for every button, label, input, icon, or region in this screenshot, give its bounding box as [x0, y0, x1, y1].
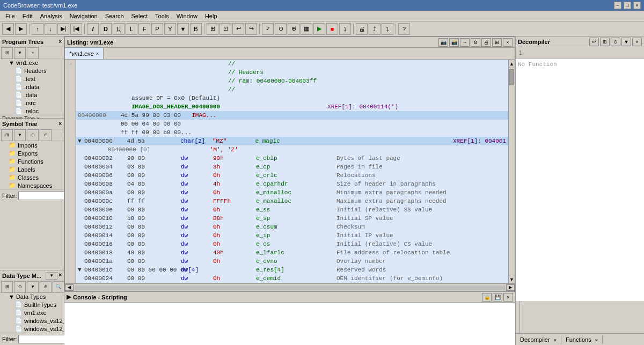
hscroll-left-btn[interactable]: ◀: [65, 284, 74, 291]
dtm-tool3[interactable]: ▼: [27, 281, 39, 293]
toolbar-back[interactable]: ◀: [2, 23, 14, 35]
code-row-14[interactable]: ▼ 0040001c 00 00 00 00 00 00 dw[4] e_res…: [76, 266, 508, 274]
toolbar-i[interactable]: I: [87, 23, 99, 35]
console-close[interactable]: ×: [503, 293, 513, 302]
dtm-tool4[interactable]: ⊕: [40, 281, 52, 293]
symbol-functions[interactable]: 📁 Functions: [0, 157, 64, 165]
menu-search[interactable]: Search: [102, 12, 127, 20]
decompiler-tab-decompiler[interactable]: Decompiler ×: [516, 335, 561, 344]
toolbar-b[interactable]: B: [190, 23, 202, 35]
tree-rsrc[interactable]: 📄 .rsrc: [0, 99, 64, 107]
listing-hscrollbar[interactable]: ◀ ▶: [65, 283, 515, 291]
pt-btn1[interactable]: ⊞: [1, 47, 13, 59]
dtm-tool5[interactable]: 🔍: [53, 281, 64, 293]
menu-navigation[interactable]: Navigation: [67, 12, 101, 20]
st-btn3[interactable]: ⊙: [27, 129, 39, 141]
dtm-win32[interactable]: 📄 windows_vs12_32: [0, 317, 64, 325]
hscroll-track[interactable]: [75, 285, 505, 290]
toolbar-btn3[interactable]: ▶|: [57, 23, 69, 35]
menu-file[interactable]: File: [2, 12, 18, 20]
toolbar-y[interactable]: Y: [164, 23, 176, 35]
toolbar-redo[interactable]: ↪: [245, 23, 257, 35]
scroll-track[interactable]: [509, 86, 515, 275]
listing-tab-vm1exe[interactable]: *vm1.exe ×: [65, 48, 104, 59]
toolbar-img2[interactable]: ⊕: [288, 23, 299, 35]
toolbar-step[interactable]: ⤵: [339, 23, 351, 35]
toolbar-print[interactable]: 🖨: [356, 23, 368, 35]
code-row-15[interactable]: 00400024 00 00 dw 0h e_oemid OEM identif…: [76, 274, 508, 283]
toolbar-btn4[interactable]: |◀: [70, 23, 82, 35]
symbol-labels[interactable]: 📁 Labels: [0, 165, 64, 173]
code-row-10[interactable]: 00400014 00 00 dw 0h e_ip Initial IP val…: [76, 231, 508, 240]
menu-edit[interactable]: Edit: [19, 12, 36, 20]
code-row-7[interactable]: 0040000e 00 00 dw 0h e_ss Initial (relat…: [76, 205, 508, 214]
hscroll-right-btn[interactable]: ▶: [506, 284, 515, 291]
toolbar-p[interactable]: P: [151, 23, 163, 35]
dec-btn4[interactable]: ▼: [621, 38, 631, 46]
dec-btn3[interactable]: ⊙: [611, 38, 620, 46]
dec-btn5[interactable]: ×: [632, 38, 642, 46]
expand-icon-14[interactable]: ▼: [78, 267, 84, 273]
listing-nav[interactable]: ⊞: [492, 38, 502, 47]
menu-select[interactable]: Select: [128, 12, 151, 20]
dtm-vm1exe[interactable]: 📄 vm1.exe: [0, 309, 64, 317]
tree-vm1exe[interactable]: ▼ vm1.exe: [0, 59, 64, 67]
code-row-3[interactable]: 00400006 00 00 dw 0h e_crlc Relocations: [76, 171, 508, 180]
toolbar-img3[interactable]: ▦: [301, 23, 312, 35]
tree-headers[interactable]: 📄 Headers: [0, 67, 64, 75]
toolbar-undo[interactable]: ↩: [232, 23, 244, 35]
close-button[interactable]: ×: [633, 2, 641, 9]
scroll-up-btn[interactable]: ▲: [509, 60, 515, 68]
code-row-4[interactable]: 00400008 04 00 dw 4h e_cparhdr Size of h…: [76, 180, 508, 188]
toolbar-check[interactable]: ✓: [262, 23, 274, 35]
dtm-tool1[interactable]: ⊞: [1, 281, 13, 293]
code-row-13[interactable]: 0040001a 00 00 dw 0h e_ovno Overlay numb…: [76, 257, 508, 266]
toolbar-forward[interactable]: ▶: [15, 23, 27, 35]
toolbar-m1[interactable]: ⊞: [207, 23, 218, 35]
listing-close[interactable]: ×: [503, 38, 513, 47]
symbol-exports[interactable]: 📁 Exports: [0, 149, 64, 157]
tree-rdata[interactable]: 📄 .rdata: [0, 83, 64, 91]
code-row-1[interactable]: 00400002 90 00 dw 90h e_cblp Bytes of la…: [76, 154, 508, 163]
console-content[interactable]: [64, 303, 515, 345]
tree-text[interactable]: 📄 .text: [0, 75, 64, 83]
program-trees-close[interactable]: ×: [58, 39, 62, 45]
menu-help[interactable]: Help: [202, 12, 221, 20]
dtm-tool2[interactable]: ⊙: [14, 281, 26, 293]
maximize-button[interactable]: □: [624, 2, 631, 9]
decompiler-content[interactable]: No Function: [516, 59, 644, 301]
scroll-down-btn[interactable]: ▼: [509, 275, 515, 283]
toolbar-stop[interactable]: ■: [326, 23, 338, 35]
symbol-tree-close[interactable]: ×: [58, 121, 62, 127]
st-btn1[interactable]: ⊞: [1, 129, 13, 141]
dtm-builtin[interactable]: 📄 BuiltInTypes: [0, 300, 64, 309]
listing-snapshot[interactable]: 📷: [438, 38, 448, 47]
toolbar-run[interactable]: ▶: [313, 23, 325, 35]
st-btn2[interactable]: ▼: [14, 129, 26, 141]
tree-reloc[interactable]: 📄 .reloc: [0, 107, 64, 115]
toolbar-v[interactable]: ▼: [177, 23, 189, 35]
toolbar-up[interactable]: ↑: [32, 23, 43, 35]
dtm-btn1[interactable]: ▼: [46, 272, 57, 280]
code-row-8[interactable]: 00400010 b8 00 dw B8h e_sp Initial SP va…: [76, 214, 508, 223]
expand-icon-0[interactable]: ▼: [78, 138, 84, 144]
menu-tools[interactable]: Tools: [152, 12, 172, 20]
toolbar-import[interactable]: ⤵: [382, 23, 393, 35]
toolbar-m2[interactable]: ⊡: [219, 23, 231, 35]
console-lock[interactable]: 🔒: [482, 293, 492, 302]
pt-btn3[interactable]: +: [27, 47, 39, 59]
console-save[interactable]: 💾: [493, 293, 502, 302]
symbol-imports[interactable]: 📁 Imports: [0, 141, 64, 149]
st-btn4[interactable]: ⊕: [40, 129, 52, 141]
toolbar-down[interactable]: ↓: [45, 23, 56, 35]
dtm-data-types[interactable]: ▼ Data Types: [0, 293, 64, 300]
dtm-win64[interactable]: 📄 windows_vs12_64: [0, 325, 64, 333]
decompiler-drag-handle[interactable]: [516, 301, 644, 333]
code-row-5[interactable]: 0040000a 00 00 dw 0h e_minalloc Minimum …: [76, 188, 508, 197]
listing-tab-close[interactable]: ×: [96, 51, 99, 56]
listing-camera[interactable]: 📸: [449, 38, 459, 47]
symbol-tree-filter-input[interactable]: [18, 192, 64, 200]
toolbar-u[interactable]: U: [113, 23, 125, 35]
menu-analysis[interactable]: Analysis: [37, 12, 65, 20]
code-row-9[interactable]: 00400012 00 00 dw 0h e_csum Checksum: [76, 223, 508, 231]
